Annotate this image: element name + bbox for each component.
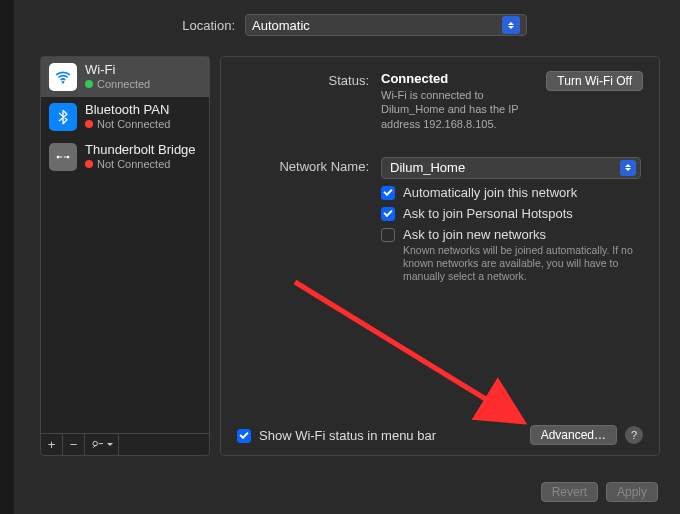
- status-dot-icon: [85, 80, 93, 88]
- sidebar-item-label: Thunderbolt Bridge: [85, 143, 196, 158]
- revert-button[interactable]: Revert: [541, 482, 598, 502]
- network-name-select[interactable]: Dilum_Home: [381, 157, 641, 179]
- ask-hotspot-checkbox[interactable]: [381, 207, 395, 221]
- auto-join-label: Automatically join this network: [403, 185, 577, 200]
- chevron-down-icon: [107, 443, 113, 446]
- wifi-toggle-button[interactable]: Turn Wi-Fi Off: [546, 71, 643, 91]
- apply-button[interactable]: Apply: [606, 482, 658, 502]
- show-menubar-checkbox[interactable]: [237, 429, 251, 443]
- status-dot-icon: [85, 120, 93, 128]
- advanced-button[interactable]: Advanced…: [530, 425, 617, 445]
- sidebar-item-label: Bluetooth PAN: [85, 103, 170, 118]
- status-dot-icon: [85, 160, 93, 168]
- ask-new-description: Known networks will be joined automatica…: [403, 244, 643, 283]
- sidebar-item-bluetooth[interactable]: Bluetooth PAN Not Connected: [41, 97, 209, 137]
- location-label: Location:: [130, 18, 235, 33]
- status-label: Status:: [237, 71, 369, 131]
- svg-point-0: [62, 81, 64, 83]
- network-name-value: Dilum_Home: [390, 160, 465, 175]
- sidebar-item-label: Wi-Fi: [85, 63, 150, 78]
- svg-point-1: [57, 156, 60, 159]
- options-button[interactable]: [85, 434, 119, 455]
- updown-icon: [502, 16, 520, 34]
- network-name-label: Network Name:: [237, 157, 369, 289]
- status-value: Connected: [381, 71, 530, 86]
- ask-new-checkbox[interactable]: [381, 228, 395, 242]
- status-description: Wi-Fi is connected to Dilum_Home and has…: [381, 88, 530, 131]
- location-select[interactable]: Automatic: [245, 14, 527, 36]
- show-menubar-label: Show Wi-Fi status in menu bar: [259, 428, 522, 443]
- auto-join-checkbox[interactable]: [381, 186, 395, 200]
- add-button[interactable]: +: [41, 434, 63, 455]
- sidebar-item-wifi[interactable]: Wi-Fi Connected: [41, 57, 209, 97]
- sidebar-item-thunderbolt[interactable]: Thunderbolt Bridge Not Connected: [41, 137, 209, 177]
- svg-point-2: [67, 156, 70, 159]
- location-value: Automatic: [252, 18, 310, 33]
- main-panel: Status: Connected Wi-Fi is connected to …: [220, 56, 660, 456]
- bluetooth-icon: [49, 103, 77, 131]
- remove-button[interactable]: −: [63, 434, 85, 455]
- network-sidebar: Wi-Fi Connected Bluetooth PAN Not Connec…: [40, 56, 210, 456]
- wifi-icon: [49, 63, 77, 91]
- ask-new-label: Ask to join new networks: [403, 227, 643, 242]
- ask-hotspot-label: Ask to join Personal Hotspots: [403, 206, 573, 221]
- bridge-icon: [49, 143, 77, 171]
- help-button[interactable]: ?: [625, 426, 643, 444]
- updown-icon: [620, 160, 636, 176]
